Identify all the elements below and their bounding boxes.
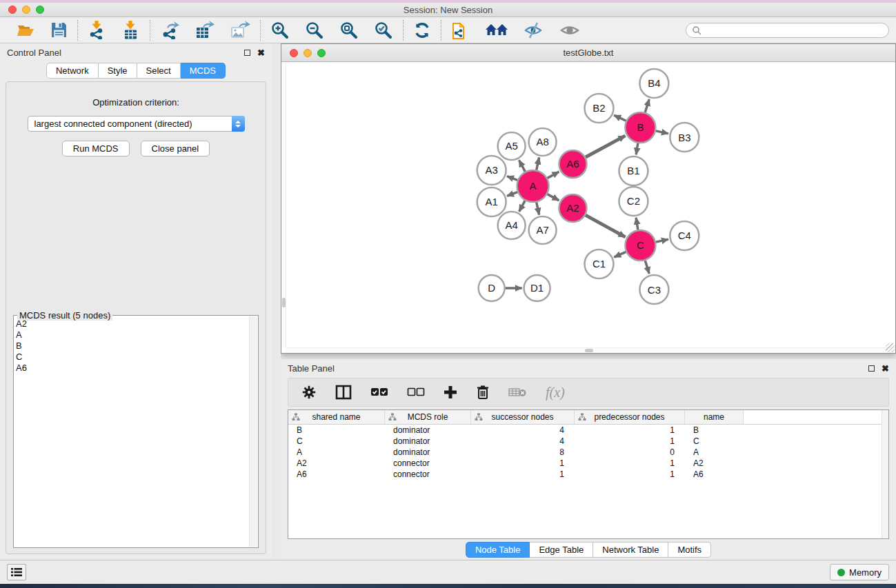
network-vertical-scrollbar[interactable] bbox=[281, 62, 286, 347]
edge-A-A3[interactable] bbox=[507, 176, 517, 181]
table-row[interactable]: A2connector11A2 bbox=[288, 458, 888, 469]
node-A5[interactable]: A5 bbox=[498, 132, 526, 160]
float-panel-icon[interactable] bbox=[244, 50, 250, 56]
float-table-panel-icon[interactable] bbox=[868, 365, 875, 372]
tab-select[interactable]: Select bbox=[137, 63, 181, 79]
function-builder-button[interactable]: f(x) bbox=[546, 385, 565, 401]
table-row[interactable]: Bdominator41B bbox=[288, 425, 888, 436]
memory-button[interactable]: Memory bbox=[830, 564, 889, 580]
import-network-button[interactable] bbox=[85, 19, 109, 41]
node-A4[interactable]: A4 bbox=[498, 212, 526, 239]
close-panel-icon[interactable]: ✖ bbox=[257, 48, 265, 57]
edge-A-A7[interactable] bbox=[537, 202, 539, 214]
search-input[interactable] bbox=[701, 26, 883, 35]
resize-grip-icon[interactable] bbox=[886, 343, 895, 352]
hide-graphics-details-button[interactable] bbox=[521, 20, 547, 41]
node-B2[interactable]: B2 bbox=[585, 94, 614, 123]
table-row[interactable]: Cdominator41C bbox=[288, 436, 888, 447]
refresh-button[interactable] bbox=[410, 20, 434, 41]
show-columns-button[interactable] bbox=[335, 385, 352, 400]
cell-shared-name[interactable]: C bbox=[288, 436, 385, 446]
cell-predecessor-nodes[interactable]: 0 bbox=[575, 447, 685, 457]
delete-column-button[interactable] bbox=[476, 385, 490, 400]
result-item[interactable]: A6 bbox=[16, 363, 248, 374]
tab-mcds[interactable]: MCDS bbox=[181, 63, 226, 79]
network-horizontal-scrollbar[interactable] bbox=[286, 347, 895, 353]
edge-B-B3[interactable] bbox=[656, 131, 668, 134]
column-header-mcds-role[interactable]: MCDS role bbox=[385, 410, 471, 424]
cell-shared-name[interactable]: B bbox=[288, 425, 385, 435]
edge-A-A1[interactable] bbox=[507, 192, 517, 196]
node-A3[interactable]: A3 bbox=[477, 156, 506, 185]
edge-A-A6[interactable] bbox=[548, 172, 559, 178]
column-header-name[interactable]: name bbox=[685, 410, 744, 424]
result-item[interactable]: A bbox=[16, 330, 248, 341]
network-canvas[interactable]: B4B2BB3A8A5A6A3B1AA1C2A2A4A7C4CC1DD1C3 bbox=[281, 62, 895, 353]
cell-predecessor-nodes[interactable]: 1 bbox=[575, 425, 685, 435]
node-A2[interactable]: A2 bbox=[559, 194, 587, 222]
cell-predecessor-nodes[interactable]: 1 bbox=[575, 436, 685, 446]
table-scrollbar[interactable] bbox=[882, 410, 888, 538]
edge-A-A2[interactable] bbox=[548, 194, 559, 201]
edge-C-C1[interactable] bbox=[614, 252, 626, 257]
node-D[interactable]: D bbox=[479, 275, 505, 301]
tab-node-table[interactable]: Node Table bbox=[466, 542, 530, 558]
save-session-button[interactable] bbox=[48, 20, 70, 40]
node-C1[interactable]: C1 bbox=[585, 250, 614, 278]
edge-A-A8[interactable] bbox=[537, 157, 539, 170]
column-header-shared-name[interactable]: shared name bbox=[288, 410, 385, 424]
open-session-button[interactable] bbox=[14, 20, 38, 40]
node-A7[interactable]: A7 bbox=[529, 216, 557, 244]
cell-name[interactable]: A6 bbox=[685, 469, 744, 479]
cell-predecessor-nodes[interactable]: 1 bbox=[575, 469, 685, 479]
cell-name[interactable]: A2 bbox=[685, 458, 744, 468]
node-A6[interactable]: A6 bbox=[559, 150, 587, 178]
zoom-out-button[interactable] bbox=[302, 19, 327, 41]
import-table-button[interactable] bbox=[119, 19, 143, 41]
node-C[interactable]: C bbox=[625, 230, 655, 261]
zoom-selected-button[interactable] bbox=[371, 19, 396, 41]
node-B3[interactable]: B3 bbox=[670, 123, 699, 152]
edge-A6-B[interactable] bbox=[586, 136, 625, 157]
cell-mcds-role[interactable]: connector bbox=[385, 458, 471, 468]
edge-A2-C[interactable] bbox=[586, 215, 626, 237]
cell-shared-name[interactable]: A2 bbox=[288, 458, 385, 468]
result-item[interactable]: B bbox=[16, 341, 248, 352]
criterion-dropdown[interactable]: largest connected component (directed) bbox=[28, 116, 245, 132]
table-row[interactable]: A6connector11A6 bbox=[288, 469, 888, 480]
cell-predecessor-nodes[interactable]: 1 bbox=[575, 458, 685, 468]
table-row[interactable]: Adominator80A bbox=[288, 447, 888, 458]
edge-B-B2[interactable] bbox=[614, 115, 626, 121]
cell-mcds-role[interactable]: dominator bbox=[385, 436, 471, 446]
cell-successor-nodes[interactable]: 1 bbox=[471, 469, 575, 479]
edge-C-C3[interactable] bbox=[645, 261, 649, 274]
export-table-button[interactable] bbox=[192, 19, 217, 41]
tab-motifs[interactable]: Motifs bbox=[668, 542, 711, 558]
export-network-button[interactable] bbox=[157, 19, 182, 41]
deselect-all-columns-button[interactable] bbox=[407, 387, 425, 398]
task-history-button[interactable] bbox=[7, 564, 26, 580]
tab-edge-table[interactable]: Edge Table bbox=[530, 542, 593, 558]
edge-A-A4[interactable] bbox=[519, 201, 526, 212]
show-graphics-details-button[interactable] bbox=[557, 20, 583, 41]
cell-name[interactable]: C bbox=[685, 436, 744, 446]
node-C3[interactable]: C3 bbox=[639, 275, 668, 304]
cell-mcds-role[interactable]: dominator bbox=[385, 447, 471, 457]
result-item[interactable]: A2 bbox=[16, 318, 248, 330]
node-C4[interactable]: C4 bbox=[670, 221, 699, 250]
node-A[interactable]: A bbox=[517, 170, 549, 202]
cell-name[interactable]: A bbox=[685, 447, 744, 457]
node-B4[interactable]: B4 bbox=[639, 69, 668, 98]
node-A1[interactable]: A1 bbox=[477, 187, 506, 216]
table-settings-button[interactable] bbox=[301, 385, 317, 400]
cell-successor-nodes[interactable]: 4 bbox=[471, 436, 575, 446]
cell-mcds-role[interactable]: connector bbox=[385, 469, 471, 479]
edge-C-C4[interactable] bbox=[656, 239, 668, 242]
tab-network[interactable]: Network bbox=[46, 63, 99, 79]
add-column-button[interactable] bbox=[444, 385, 457, 399]
close-table-panel-icon[interactable]: ✖ bbox=[882, 364, 889, 373]
edge-B-B4[interactable] bbox=[645, 99, 649, 112]
result-item[interactable]: C bbox=[16, 352, 248, 363]
tab-style[interactable]: Style bbox=[99, 63, 137, 79]
node-B1[interactable]: B1 bbox=[619, 156, 648, 185]
